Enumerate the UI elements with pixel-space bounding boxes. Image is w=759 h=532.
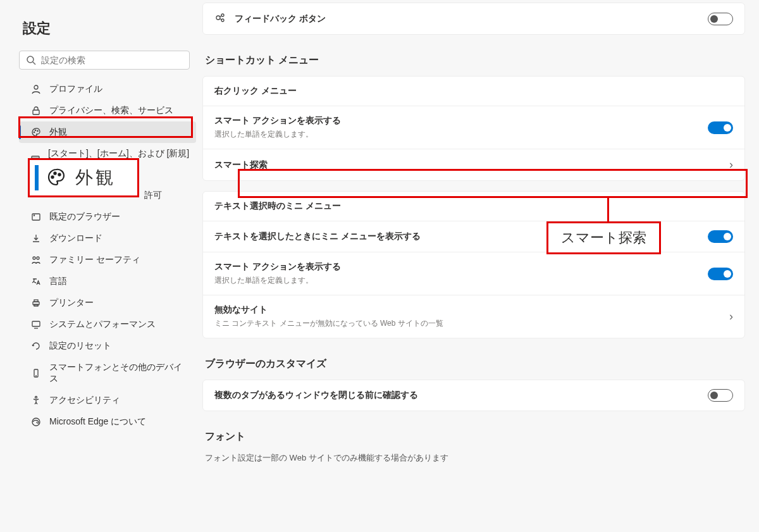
- svg-line-26: [220, 19, 222, 20]
- printer-icon: [30, 298, 42, 308]
- confirm-close-row: 複数のタブがあるウィンドウを閉じる前に確認する: [203, 380, 744, 411]
- disabled-sites-sub: ミニ コンテキスト メニューが無効になっている Web サイトの一覧: [214, 318, 443, 329]
- feedback-card: フィードバック ボタン: [202, 3, 745, 35]
- svg-point-27: [51, 176, 53, 178]
- search-box[interactable]: [19, 51, 190, 70]
- svg-point-0: [27, 56, 34, 63]
- search-icon: [26, 55, 36, 65]
- monitor-icon: [30, 319, 42, 330]
- mini-menu-card: テキスト選択時のミニ メニュー テキストを選択したときにミニ メニューを表示する…: [202, 191, 745, 338]
- right-click-title: 右クリック メニュー: [214, 85, 297, 97]
- smart-actions2-toggle[interactable]: [708, 268, 733, 280]
- feedback-toggle[interactable]: [708, 13, 733, 25]
- mini-menu-show-title: テキストを選択したときにミニ メニューを表示する: [214, 231, 421, 242]
- family-icon: [30, 255, 42, 265]
- sidebar-item-system[interactable]: システムとパフォーマンス: [19, 314, 196, 335]
- sidebar-item-label: スマートフォンとその他のデバイス: [49, 362, 190, 385]
- svg-point-10: [34, 215, 34, 216]
- svg-point-22: [216, 16, 220, 20]
- sidebar-item-printer[interactable]: プリンター: [19, 292, 196, 314]
- sidebar-item-default-browser[interactable]: 既定のブラウザー: [19, 206, 196, 228]
- smart-actions-sub: 選択した単語を定義します。: [214, 129, 341, 140]
- sidebar-item-about[interactable]: Microsoft Edge について: [19, 411, 196, 433]
- search-input[interactable]: [41, 55, 183, 65]
- right-click-header: 右クリック メニュー: [203, 77, 744, 106]
- callout-accent-bar: [35, 165, 39, 190]
- confirm-close-toggle[interactable]: [708, 389, 733, 402]
- svg-point-2: [34, 85, 38, 89]
- main-panel: フィードバック ボタン ショートカット メニュー 右クリック メニュー スマート…: [202, 0, 759, 532]
- smart-explore-callout-text: スマート探索: [561, 230, 646, 245]
- sidebar-item-accessibility[interactable]: アクセシビリティ: [19, 390, 196, 411]
- sidebar-item-label: アクセシビリティ: [49, 395, 120, 406]
- edge-icon: [30, 417, 42, 427]
- annotation-sidebar-appearance-box: [18, 116, 193, 138]
- sidebar-item-downloads[interactable]: ダウンロード: [19, 228, 196, 249]
- annotation-smart-explore-box: [238, 169, 748, 198]
- svg-point-11: [33, 257, 35, 259]
- customize-card: 複数のタブがあるウィンドウを閉じる前に確認する: [202, 380, 745, 411]
- feedback-icon: [214, 12, 226, 25]
- svg-rect-14: [34, 300, 38, 302]
- sidebar-item-label: Microsoft Edge について: [49, 416, 146, 428]
- sidebar-item-label: 既定のブラウザー: [49, 211, 120, 223]
- mini-menu-show-toggle[interactable]: [708, 230, 733, 243]
- svg-point-29: [58, 173, 60, 175]
- window-icon: [30, 212, 42, 222]
- svg-rect-16: [32, 321, 40, 326]
- sidebar-item-label: システムとパフォーマンス: [49, 319, 156, 330]
- phone-icon: [30, 368, 42, 378]
- sidebar-item-label: プライバシー、検索、サービス: [49, 105, 173, 116]
- sidebar-item-language[interactable]: 言語: [19, 271, 196, 292]
- feedback-row: フィードバック ボタン: [203, 3, 744, 34]
- sidebar-item-family[interactable]: ファミリー セーフティ: [19, 249, 196, 271]
- smart-actions2-sub: 選択した単語を定義します。: [214, 275, 341, 286]
- sidebar-item-label: プロファイル: [49, 84, 102, 95]
- svg-line-1: [33, 62, 35, 65]
- chevron-right-icon: ›: [729, 310, 733, 323]
- sidebar-item-label: ダウンロード: [49, 233, 102, 244]
- sidebar-item-label: 設定のリセット: [49, 340, 111, 352]
- shortcut-menu-title: ショートカット メニュー: [205, 54, 745, 67]
- svg-rect-9: [32, 214, 40, 220]
- smart-actions2-title: スマート アクションを表示する: [214, 261, 341, 273]
- annotation-appearance-callout: 外観: [28, 158, 139, 197]
- smart-actions-toggle[interactable]: [708, 121, 733, 134]
- mini-menu-show-row: テキストを選択したときにミニ メニューを表示する: [203, 221, 744, 252]
- appearance-callout-text: 外観: [75, 166, 116, 190]
- sidebar-item-reset[interactable]: 設定のリセット: [19, 335, 196, 357]
- sidebar-item-label: ファミリー セーフティ: [49, 254, 140, 266]
- palette-icon: [46, 167, 66, 189]
- language-icon: [30, 276, 42, 287]
- disabled-sites-row[interactable]: 無効なサイト ミニ コンテキスト メニューが無効になっている Web サイトの一…: [203, 295, 744, 338]
- sidebar-item-profile[interactable]: プロファイル: [19, 78, 196, 100]
- disabled-sites-title: 無効なサイト: [214, 304, 443, 316]
- sidebar-item-label: 言語: [49, 276, 67, 287]
- svg-point-12: [37, 257, 39, 259]
- customize-title: ブラウザーのカスタマイズ: [205, 357, 745, 371]
- lock-icon: [30, 106, 42, 116]
- annotation-connector-line: [607, 198, 609, 222]
- sidebar-item-label: プリンター: [49, 297, 94, 309]
- sidebar-item-label: 許可: [144, 190, 162, 201]
- right-click-card: 右クリック メニュー スマート アクションを表示する 選択した単語を定義します。…: [202, 76, 745, 181]
- feedback-label: フィードバック ボタン: [235, 13, 326, 25]
- reset-icon: [30, 341, 42, 351]
- smart-actions2-row: スマート アクションを表示する 選択した単語を定義します。: [203, 252, 744, 295]
- font-desc: フォント設定は一部の Web サイトでのみ機能する場合があります: [205, 452, 745, 464]
- smart-actions-title: スマート アクションを表示する: [214, 115, 341, 127]
- mini-menu-header: テキスト選択時のミニ メニュー: [214, 201, 341, 212]
- accessibility-icon: [30, 395, 42, 405]
- confirm-close-title: 複数のタブがあるウィンドウを閉じる前に確認する: [214, 390, 418, 401]
- svg-rect-3: [33, 110, 39, 114]
- profile-icon: [30, 84, 42, 94]
- annotation-smart-explore-callout: スマート探索: [546, 221, 661, 254]
- settings-sidebar: 設定 プロファイル プライバシー、検索、サービス 外観 [スタート]、[ホーム]…: [0, 0, 202, 532]
- svg-line-25: [220, 16, 222, 17]
- sidebar-item-phone[interactable]: スマートフォンとその他のデバイス: [19, 357, 196, 390]
- svg-point-28: [54, 172, 56, 174]
- sidebar-title: 設定: [23, 19, 196, 38]
- smart-actions-row: スマート アクションを表示する 選択した単語を定義します。: [203, 106, 744, 149]
- svg-point-20: [35, 397, 37, 399]
- font-title: フォント: [205, 430, 745, 443]
